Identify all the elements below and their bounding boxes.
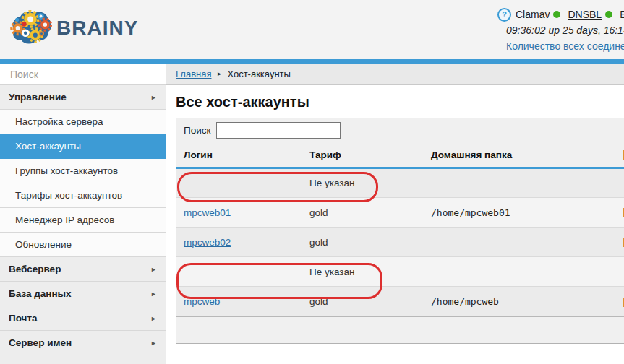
column-header-login: Логин	[176, 142, 302, 168]
cell-extra	[614, 257, 624, 287]
sidebar-search-input[interactable]	[9, 68, 157, 81]
chevron-right-icon: ►	[150, 339, 157, 347]
sidebar-item-update[interactable]: Обновление	[0, 233, 166, 257]
sidebar-item-label: Вебсервер	[9, 264, 61, 274]
sidebar-item-host-account-tariffs[interactable]: Тарифы хост-аккаунтов	[0, 183, 166, 208]
breadcrumb-arrow-icon: ►	[216, 71, 222, 77]
cell-login	[176, 168, 302, 198]
host-accounts-table: Логин Тариф Домашняя папка Не указан mpc…	[176, 142, 624, 316]
main-content: Главная ► Хост-аккаунты Все хост-аккаунт…	[166, 64, 624, 364]
table-search-input[interactable]	[216, 122, 341, 139]
sidebar-item-server-settings[interactable]: Настройка сервера	[0, 110, 166, 134]
sidebar-item-clipped[interactable]	[0, 355, 166, 364]
account-link[interactable]: mpcweb	[184, 296, 220, 307]
cell-tariff: gold	[302, 198, 424, 228]
sidebar-item-upravlenie[interactable]: Управление ►	[0, 85, 166, 110]
table-search-row: Поиск	[176, 118, 624, 142]
cell-tariff: gold	[302, 228, 424, 257]
table-footer	[176, 316, 624, 343]
page-title: Все хост-аккаунты	[176, 94, 624, 110]
table-row: mpcweb01 gold /home/mpcweb01	[176, 198, 624, 228]
service-dnsbl-link[interactable]: DNSBL	[568, 9, 602, 20]
account-link[interactable]: mpcweb02	[184, 237, 231, 248]
sidebar-item-label: Тарифы хост-аккаунтов	[15, 190, 122, 201]
logo-wordmark: BRAINY	[56, 17, 138, 40]
brainy-logo: BRAINY	[9, 9, 138, 48]
sidebar-item-host-accounts[interactable]: Хост-аккаунты	[0, 134, 166, 159]
sidebar-item-label: Менеджер IP адресов	[15, 214, 115, 225]
help-icon[interactable]: ?	[497, 8, 511, 22]
sidebar-nav: Управление ► Настройка сервера Хост-акка…	[0, 64, 166, 364]
chevron-right-icon: ►	[150, 266, 157, 273]
uptime-text: 09:36:02 up 25 days, 16:14,	[506, 22, 624, 38]
sidebar-item-host-account-groups[interactable]: Группы хост-аккаунтов	[0, 159, 166, 183]
cell-home	[424, 168, 614, 198]
all-connections-link[interactable]: Количество всех соединений	[506, 40, 624, 52]
column-header-clipped	[614, 142, 624, 168]
server-status-block: ? Clamav DNSBL Exim 09:36:02 up 25 days,…	[497, 6, 624, 54]
table-row: mpcweb gold /home/mpcweb	[176, 287, 624, 316]
service-clamav-label: Clamav	[516, 9, 550, 20]
cell-extra	[614, 287, 624, 316]
cell-login: mpcweb02	[176, 228, 302, 257]
table-row: Не указан	[176, 168, 624, 198]
sidebar-item-label: База данных	[9, 288, 72, 299]
column-header-home: Домашняя папка	[424, 142, 614, 168]
services-status-line: ? Clamav DNSBL Exim	[497, 6, 624, 22]
cell-login: mpcweb	[176, 287, 302, 316]
cell-tariff: gold	[302, 287, 424, 316]
chevron-right-icon: ►	[150, 290, 157, 298]
sidebar-search	[0, 64, 166, 85]
service-exim-label: Exim	[620, 9, 624, 20]
sidebar-item-mail[interactable]: Почта ►	[0, 306, 166, 331]
cell-home	[424, 228, 614, 257]
sidebar-item-label: Управление	[9, 92, 67, 103]
accounts-table-box: Поиск Логин Тариф Домашняя папка Не указ…	[176, 118, 624, 344]
cell-extra	[614, 168, 624, 198]
table-search-label: Поиск	[184, 125, 210, 136]
cell-login	[176, 257, 302, 287]
sidebar-item-label: Группы хост-аккаунтов	[15, 165, 118, 176]
cell-home: /home/mpcweb	[424, 287, 614, 316]
table-header-row: Логин Тариф Домашняя папка	[176, 142, 624, 168]
cell-home	[424, 257, 614, 287]
sidebar-item-label: Сервер имен	[9, 337, 72, 348]
chevron-right-icon: ►	[150, 94, 157, 101]
sidebar-item-webserver[interactable]: Вебсервер ►	[0, 257, 166, 282]
cell-login: mpcweb01	[176, 198, 302, 228]
cell-home: /home/mpcweb01	[424, 198, 614, 228]
sidebar-item-label: Настройка сервера	[15, 116, 103, 127]
brain-gears-icon	[9, 9, 54, 48]
sidebar-item-label: Почта	[9, 313, 38, 324]
breadcrumb-current: Хост-аккаунты	[227, 69, 291, 79]
table-row: mpcweb02 gold	[176, 228, 624, 257]
cell-extra	[614, 228, 624, 257]
account-link[interactable]: mpcweb01	[184, 207, 231, 218]
column-header-tariff: Тариф	[302, 142, 424, 168]
cell-extra	[614, 198, 624, 228]
cell-tariff: Не указан	[302, 257, 424, 287]
table-row: Не указан	[176, 257, 624, 287]
cell-tariff: Не указан	[302, 168, 424, 198]
sidebar-item-label: Хост-аккаунты	[15, 141, 81, 152]
breadcrumb-home-link[interactable]: Главная	[176, 69, 211, 79]
app-header: BRAINY ? Clamav DNSBL Exim 09:36:02 up 2…	[0, 0, 624, 59]
sidebar-item-label: Обновление	[15, 239, 72, 250]
chevron-right-icon: ►	[150, 315, 157, 322]
sidebar-item-database[interactable]: База данных ►	[0, 282, 166, 306]
connections-line: Количество всех соединений	[506, 38, 624, 54]
dnsbl-status-dot-icon	[605, 11, 612, 18]
sidebar-item-nameserver[interactable]: Сервер имен ►	[0, 331, 166, 355]
clamav-status-dot-icon	[553, 11, 560, 18]
breadcrumb: Главная ► Хост-аккаунты	[166, 64, 624, 85]
sidebar-item-ip-manager[interactable]: Менеджер IP адресов	[0, 208, 166, 233]
